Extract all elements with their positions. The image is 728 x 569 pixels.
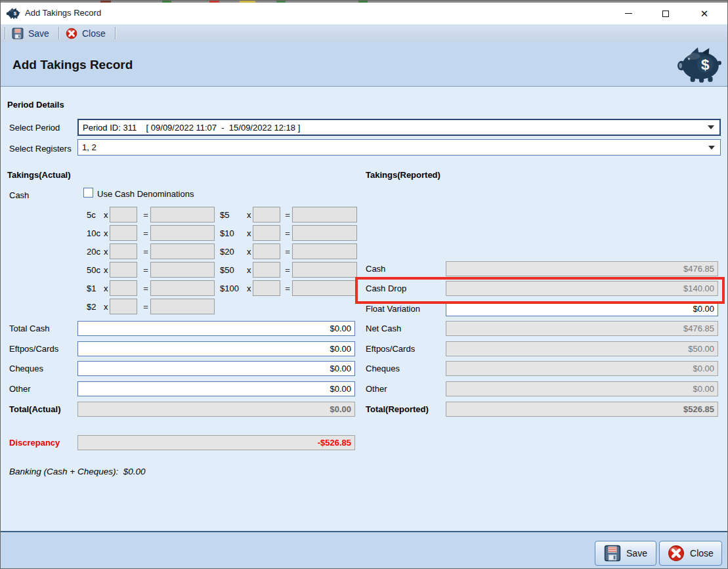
equals-symbol: = bbox=[142, 210, 149, 220]
footer-close-button[interactable]: Close bbox=[659, 541, 722, 566]
den-amount-input bbox=[150, 280, 215, 296]
footer-save-button[interactable]: Save bbox=[595, 541, 656, 566]
den-qty-input bbox=[110, 280, 137, 296]
select-period-dropdown[interactable]: Period ID: 311 [ 09/09/2022 11:07 - 15/0… bbox=[77, 119, 721, 136]
den-amount-input bbox=[150, 262, 215, 278]
equals-symbol: = bbox=[142, 247, 149, 257]
total-cash-label: Total Cash bbox=[9, 324, 49, 333]
toolbar-separator bbox=[115, 27, 116, 39]
toolbar-separator bbox=[58, 27, 59, 39]
footer-close-label: Close bbox=[690, 548, 714, 558]
other-actual-label: Other bbox=[9, 384, 31, 394]
floppy-disk-icon bbox=[12, 28, 24, 39]
times-symbol: x bbox=[104, 228, 110, 238]
den-label: $1 bbox=[87, 284, 104, 293]
cheques-reported-field bbox=[446, 361, 718, 376]
toolbar-save-button[interactable]: Save bbox=[9, 26, 54, 41]
den-label: $5 bbox=[220, 210, 247, 220]
den-label: 50c bbox=[87, 265, 104, 275]
maximize-button[interactable] bbox=[651, 3, 681, 24]
svg-text:$: $ bbox=[701, 56, 710, 73]
cheques-actual-label: Cheques bbox=[9, 364, 43, 373]
den-amount-input bbox=[150, 225, 215, 241]
den-label: $50 bbox=[220, 265, 247, 275]
float-variation-label: Float Variation bbox=[366, 304, 420, 314]
equals-symbol: = bbox=[142, 265, 149, 275]
other-actual-field[interactable] bbox=[77, 381, 355, 396]
minimize-button[interactable] bbox=[613, 3, 643, 24]
den-label: 5c bbox=[87, 210, 104, 220]
select-registers-dropdown[interactable]: 1, 2 bbox=[77, 139, 721, 156]
eftpos-actual-field[interactable] bbox=[77, 341, 355, 356]
times-symbol: x bbox=[247, 284, 253, 293]
den-label: 20c bbox=[87, 247, 104, 257]
den-amount-input bbox=[292, 280, 357, 296]
window-top-edge bbox=[1, 1, 727, 3]
app-piggybank-icon: $ bbox=[6, 7, 20, 19]
times-symbol: x bbox=[104, 210, 110, 220]
total-cash-field[interactable] bbox=[77, 321, 355, 336]
use-cash-denominations-checkbox[interactable] bbox=[83, 188, 93, 198]
close-window-button[interactable]: ✕ bbox=[688, 3, 721, 24]
discrepancy-label: Discrepancy bbox=[9, 438, 60, 448]
equals-symbol: = bbox=[142, 302, 149, 312]
banking-note: Banking (Cash + Cheques): $0.00 bbox=[9, 467, 146, 476]
other-reported-field bbox=[446, 381, 718, 396]
footer-bar: Save Close bbox=[1, 531, 727, 568]
den-qty-input bbox=[110, 299, 137, 314]
total-actual-label: Total(Actual) bbox=[9, 404, 60, 414]
equals-symbol: = bbox=[284, 284, 291, 293]
toolbar-close-label: Close bbox=[82, 28, 106, 39]
times-symbol: x bbox=[247, 210, 253, 220]
toolbar-close-button[interactable]: Close bbox=[63, 26, 111, 41]
equals-symbol: = bbox=[142, 284, 149, 293]
den-amount-input bbox=[292, 225, 357, 241]
den-amount-input bbox=[292, 262, 357, 278]
floppy-disk-icon bbox=[604, 545, 621, 562]
page-header: Add Takings Record $ bbox=[1, 42, 727, 87]
den-amount-input bbox=[150, 243, 215, 259]
discrepancy-field bbox=[77, 435, 355, 450]
times-symbol: x bbox=[104, 302, 110, 312]
times-symbol: x bbox=[247, 247, 253, 257]
total-reported-label: Total(Reported) bbox=[366, 404, 429, 414]
period-details-title: Period Details bbox=[7, 100, 64, 110]
den-qty-input bbox=[253, 207, 280, 222]
takings-reported-title: Takings(Reported) bbox=[366, 170, 440, 180]
chevron-down-icon bbox=[708, 125, 714, 129]
den-qty-input bbox=[110, 207, 137, 222]
svg-text:$: $ bbox=[14, 11, 16, 16]
toolbar-save-label: Save bbox=[28, 28, 49, 39]
denominations-grid-right: $5x= $10x= $20x= $50x= $100x= bbox=[220, 207, 357, 299]
float-variation-field[interactable] bbox=[446, 301, 718, 316]
other-reported-label: Other bbox=[366, 384, 387, 394]
equals-symbol: = bbox=[284, 247, 291, 257]
total-reported-field bbox=[446, 402, 718, 417]
den-amount-input bbox=[292, 243, 357, 259]
select-registers-label: Select Registers bbox=[9, 144, 72, 154]
times-symbol: x bbox=[247, 265, 253, 275]
toolbar-separator bbox=[5, 27, 5, 39]
maximize-icon bbox=[662, 11, 669, 17]
equals-symbol: = bbox=[142, 228, 149, 238]
den-label: $20 bbox=[220, 247, 247, 257]
cheques-reported-label: Cheques bbox=[366, 364, 400, 373]
chevron-down-icon bbox=[708, 146, 715, 150]
denomination-row-5: $5x= bbox=[220, 207, 357, 222]
den-qty-input bbox=[110, 262, 137, 278]
den-qty-input bbox=[110, 225, 137, 241]
equals-symbol: = bbox=[284, 228, 291, 238]
times-symbol: x bbox=[104, 284, 110, 293]
times-symbol: x bbox=[247, 228, 253, 238]
select-period-value: Period ID: 311 [ 09/09/2022 11:07 - 15/0… bbox=[79, 123, 708, 133]
select-period-label: Select Period bbox=[9, 123, 60, 133]
cheques-actual-field[interactable] bbox=[77, 361, 355, 376]
red-x-icon bbox=[668, 545, 685, 562]
net-cash-field bbox=[446, 321, 718, 336]
den-label: 10c bbox=[87, 228, 104, 238]
times-symbol: x bbox=[104, 247, 110, 257]
red-x-icon bbox=[66, 28, 77, 39]
toolbar: Save Close bbox=[1, 24, 727, 42]
denomination-row-2d: $2x= bbox=[87, 299, 215, 314]
denomination-row-1d: $1x= bbox=[87, 280, 215, 296]
